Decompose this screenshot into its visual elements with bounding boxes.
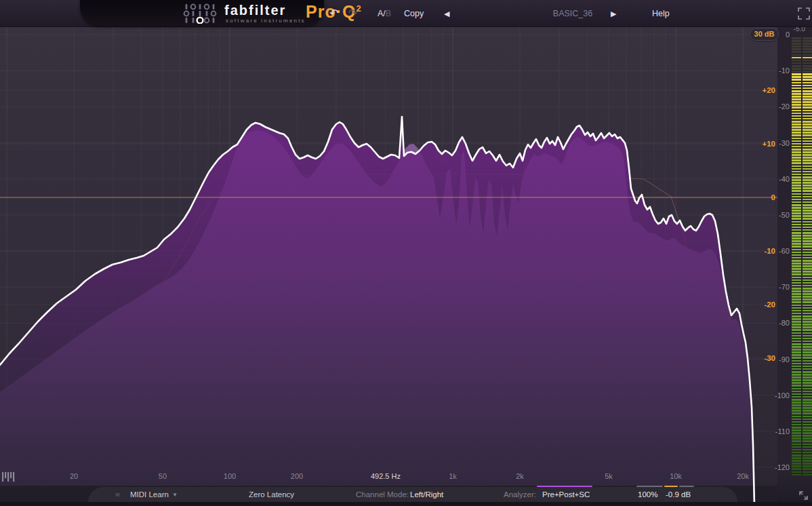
copy-button[interactable]: Copy (404, 0, 424, 27)
analyzer-label--110: -110 (775, 427, 790, 435)
midi-activity-indicator (115, 492, 120, 497)
display-range-button[interactable]: 30 dB (750, 28, 779, 41)
analyzer-label--70: -70 (779, 283, 790, 291)
freq-label-2k: 2k (516, 472, 524, 480)
eq-spectrum-display[interactable] (0, 0, 777, 506)
gain-label-0: 0 (771, 193, 775, 201)
help-button[interactable]: Help (652, 0, 670, 27)
freq-label-10k: 10k (670, 472, 682, 480)
analyzer-label--120: -120 (775, 463, 790, 471)
gain-label--20: -20 (764, 300, 775, 309)
gain-label--30: -30 (764, 354, 775, 362)
pro-q2-window: 2050100200492.5 Hz1k2k5k10k20k +20+100-1… (0, 0, 812, 506)
piano-display-toggle-icon[interactable] (1, 471, 16, 483)
analyzer-label--100: -100 (775, 391, 790, 400)
freq-label-20: 20 (70, 472, 78, 480)
freq-label-50: 50 (159, 472, 167, 480)
title-bar: fabfilter software instruments Pro·Q2 ↶ … (0, 0, 812, 27)
analyzer-label--40: -40 (779, 175, 790, 183)
fabfilter-logo-icon (183, 3, 218, 24)
analyzer-label-0: 0 (786, 31, 790, 39)
fullscreen-icon[interactable] (797, 7, 811, 20)
preset-name[interactable]: BASIC_36 (535, 0, 610, 27)
freq-label-1k: 1k (449, 472, 457, 480)
analyzer-label--60: -60 (779, 247, 790, 255)
analyzer-label--20: -20 (779, 102, 790, 111)
freq-label-5k: 5k (605, 472, 613, 480)
window-bottom-edge (0, 502, 812, 506)
analyzer-label--30: -30 (779, 139, 790, 147)
preset-next-button[interactable]: ▶ (611, 0, 616, 27)
brand-name: fabfilter (224, 3, 286, 18)
brand-tagline: software instruments (226, 18, 306, 24)
logo-area: fabfilter software instruments Pro·Q2 (80, 0, 324, 26)
preset-previous-button[interactable]: ◀ (444, 0, 449, 27)
undo-button[interactable]: ↶ (329, 0, 338, 27)
gain-label-+10: +10 (762, 140, 775, 148)
gain-label--10: -10 (764, 247, 775, 255)
analyzer-label--50: -50 (779, 211, 790, 219)
resize-handle-icon[interactable] (797, 489, 810, 502)
analyzer-label--10: -10 (779, 66, 790, 75)
level-meter-channel-divider (801, 37, 803, 476)
freq-label-20k: 20k (737, 472, 749, 480)
ab-compare-button[interactable]: A/B (378, 0, 391, 27)
analyzer-label--80: -80 (779, 319, 790, 327)
redo-button[interactable]: ↷ (348, 0, 357, 27)
freq-label-200: 200 (291, 472, 303, 480)
freq-label-492.5-Hz: 492.5 Hz (371, 472, 401, 480)
gain-label-+20: +20 (762, 86, 775, 94)
freq-label-100: 100 (224, 472, 236, 480)
analyzer-label--90: -90 (779, 355, 790, 364)
